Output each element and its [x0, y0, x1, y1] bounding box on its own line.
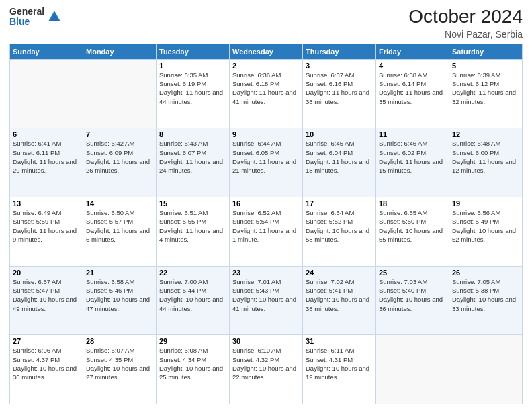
day-number: 16	[232, 199, 300, 208]
day-number: 22	[159, 269, 226, 277]
day-cell: 23Sunrise: 7:01 AMSunset: 5:43 PMDayligh…	[230, 266, 303, 335]
subtitle: Novi Pazar, Serbia	[408, 29, 523, 40]
day-number: 1	[159, 62, 226, 70]
day-number: 31	[306, 337, 373, 345]
logo-blue: Blue	[9, 17, 44, 27]
day-detail: Sunrise: 6:06 AMSunset: 4:37 PMDaylight:…	[13, 347, 77, 381]
day-cell: 27Sunrise: 6:06 AMSunset: 4:37 PMDayligh…	[10, 335, 83, 404]
day-detail: Sunrise: 6:10 AMSunset: 4:32 PMDaylight:…	[232, 347, 296, 381]
page: General Blue October 2024 Novi Pazar, Se…	[0, 0, 532, 411]
day-number: 15	[159, 199, 226, 208]
day-cell: 2Sunrise: 6:36 AMSunset: 6:18 PMDaylight…	[230, 59, 303, 128]
day-detail: Sunrise: 6:39 AMSunset: 6:12 PMDaylight:…	[452, 71, 516, 105]
day-number: 12	[452, 130, 519, 138]
col-thursday: Thursday	[303, 44, 376, 59]
day-cell: 7Sunrise: 6:42 AMSunset: 6:09 PMDaylight…	[83, 128, 157, 197]
title-block: October 2024 Novi Pazar, Serbia	[408, 7, 523, 40]
day-cell	[449, 335, 523, 404]
day-number: 20	[13, 269, 80, 277]
day-detail: Sunrise: 6:54 AMSunset: 5:52 PMDaylight:…	[306, 209, 369, 243]
day-number: 30	[232, 337, 300, 345]
day-detail: Sunrise: 6:44 AMSunset: 6:05 PMDaylight:…	[232, 140, 296, 174]
day-number: 23	[232, 269, 300, 277]
day-detail: Sunrise: 6:43 AMSunset: 6:07 PMDaylight:…	[159, 140, 223, 174]
day-cell: 21Sunrise: 6:58 AMSunset: 5:46 PMDayligh…	[83, 266, 157, 335]
day-detail: Sunrise: 6:52 AMSunset: 5:54 PMDaylight:…	[232, 209, 296, 243]
day-cell: 17Sunrise: 6:54 AMSunset: 5:52 PMDayligh…	[303, 197, 376, 267]
day-cell: 12Sunrise: 6:48 AMSunset: 6:00 PMDayligh…	[449, 128, 523, 197]
day-detail: Sunrise: 6:57 AMSunset: 5:47 PMDaylight:…	[13, 278, 77, 312]
day-cell: 4Sunrise: 6:38 AMSunset: 6:14 PMDaylight…	[376, 59, 449, 128]
main-title: October 2024	[408, 7, 523, 28]
day-detail: Sunrise: 6:38 AMSunset: 6:14 PMDaylight:…	[379, 71, 443, 105]
day-detail: Sunrise: 6:46 AMSunset: 6:02 PMDaylight:…	[379, 140, 443, 174]
day-cell: 5Sunrise: 6:39 AMSunset: 6:12 PMDaylight…	[449, 59, 523, 128]
day-number: 24	[306, 269, 373, 277]
day-number: 27	[13, 337, 80, 345]
day-number: 18	[379, 199, 446, 208]
day-cell: 16Sunrise: 6:52 AMSunset: 5:54 PMDayligh…	[230, 197, 303, 267]
logo-text: General Blue	[9, 7, 44, 28]
day-cell: 31Sunrise: 6:11 AMSunset: 4:31 PMDayligh…	[303, 335, 376, 404]
week-row-4: 27Sunrise: 6:06 AMSunset: 4:37 PMDayligh…	[10, 335, 523, 404]
day-number: 10	[306, 130, 373, 138]
day-cell: 26Sunrise: 7:05 AMSunset: 5:38 PMDayligh…	[449, 266, 523, 335]
day-detail: Sunrise: 6:56 AMSunset: 5:49 PMDaylight:…	[452, 209, 516, 243]
col-tuesday: Tuesday	[157, 44, 230, 59]
header-row: Sunday Monday Tuesday Wednesday Thursday…	[10, 44, 523, 59]
col-monday: Monday	[83, 44, 157, 59]
day-detail: Sunrise: 6:45 AMSunset: 6:04 PMDaylight:…	[306, 140, 369, 174]
week-row-3: 20Sunrise: 6:57 AMSunset: 5:47 PMDayligh…	[10, 266, 523, 335]
day-detail: Sunrise: 7:02 AMSunset: 5:41 PMDaylight:…	[306, 278, 369, 312]
day-detail: Sunrise: 6:07 AMSunset: 4:35 PMDaylight:…	[86, 347, 150, 381]
day-detail: Sunrise: 6:58 AMSunset: 5:46 PMDaylight:…	[86, 278, 150, 312]
day-cell: 24Sunrise: 7:02 AMSunset: 5:41 PMDayligh…	[303, 266, 376, 335]
day-number: 21	[86, 269, 153, 277]
day-detail: Sunrise: 6:37 AMSunset: 6:16 PMDaylight:…	[306, 71, 369, 105]
day-detail: Sunrise: 6:41 AMSunset: 6:11 PMDaylight:…	[13, 140, 77, 174]
day-number: 6	[13, 130, 80, 138]
week-row-0: 1Sunrise: 6:35 AMSunset: 6:19 PMDaylight…	[10, 59, 523, 128]
day-cell: 14Sunrise: 6:50 AMSunset: 5:57 PMDayligh…	[83, 197, 157, 267]
day-cell	[10, 59, 83, 128]
day-detail: Sunrise: 6:50 AMSunset: 5:57 PMDaylight:…	[86, 209, 150, 243]
day-cell: 20Sunrise: 6:57 AMSunset: 5:47 PMDayligh…	[10, 266, 83, 335]
day-cell: 8Sunrise: 6:43 AMSunset: 6:07 PMDaylight…	[157, 128, 230, 197]
day-detail: Sunrise: 6:51 AMSunset: 5:55 PMDaylight:…	[159, 209, 223, 243]
day-number: 7	[86, 130, 153, 138]
day-detail: Sunrise: 6:42 AMSunset: 6:09 PMDaylight:…	[86, 140, 150, 174]
col-saturday: Saturday	[449, 44, 523, 59]
day-cell: 15Sunrise: 6:51 AMSunset: 5:55 PMDayligh…	[157, 197, 230, 267]
day-cell: 18Sunrise: 6:55 AMSunset: 5:50 PMDayligh…	[376, 197, 449, 267]
day-cell: 1Sunrise: 6:35 AMSunset: 6:19 PMDaylight…	[157, 59, 230, 128]
day-cell: 3Sunrise: 6:37 AMSunset: 6:16 PMDaylight…	[303, 59, 376, 128]
day-detail: Sunrise: 6:36 AMSunset: 6:18 PMDaylight:…	[232, 71, 296, 105]
day-number: 14	[86, 199, 153, 208]
col-sunday: Sunday	[10, 44, 83, 59]
logo-icon	[47, 9, 62, 24]
day-detail: Sunrise: 6:48 AMSunset: 6:00 PMDaylight:…	[452, 140, 516, 174]
day-number: 2	[232, 62, 300, 70]
day-number: 5	[452, 62, 519, 70]
day-cell: 13Sunrise: 6:49 AMSunset: 5:59 PMDayligh…	[10, 197, 83, 267]
day-number: 11	[379, 130, 446, 138]
day-cell: 25Sunrise: 7:03 AMSunset: 5:40 PMDayligh…	[376, 266, 449, 335]
day-cell: 11Sunrise: 6:46 AMSunset: 6:02 PMDayligh…	[376, 128, 449, 197]
day-cell: 22Sunrise: 7:00 AMSunset: 5:44 PMDayligh…	[157, 266, 230, 335]
day-number: 13	[13, 199, 80, 208]
col-friday: Friday	[376, 44, 449, 59]
logo-general: General	[9, 7, 44, 17]
day-detail: Sunrise: 6:35 AMSunset: 6:19 PMDaylight:…	[159, 71, 223, 105]
day-detail: Sunrise: 6:49 AMSunset: 5:59 PMDaylight:…	[13, 209, 77, 243]
day-detail: Sunrise: 6:11 AMSunset: 4:31 PMDaylight:…	[306, 347, 369, 381]
day-number: 9	[232, 130, 300, 138]
day-number: 28	[86, 337, 153, 345]
day-detail: Sunrise: 7:00 AMSunset: 5:44 PMDaylight:…	[159, 278, 223, 312]
day-number: 3	[306, 62, 373, 70]
day-cell: 10Sunrise: 6:45 AMSunset: 6:04 PMDayligh…	[303, 128, 376, 197]
day-detail: Sunrise: 7:03 AMSunset: 5:40 PMDaylight:…	[379, 278, 443, 312]
day-cell: 19Sunrise: 6:56 AMSunset: 5:49 PMDayligh…	[449, 197, 523, 267]
day-cell	[376, 335, 449, 404]
day-number: 17	[306, 199, 373, 208]
day-cell: 29Sunrise: 6:08 AMSunset: 4:34 PMDayligh…	[157, 335, 230, 404]
